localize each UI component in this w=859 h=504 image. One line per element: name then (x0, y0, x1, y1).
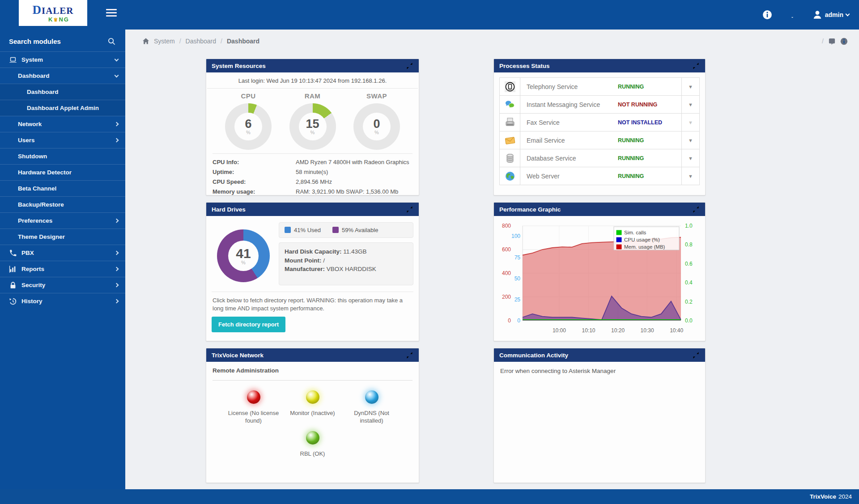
fetch-directory-report-button[interactable]: Fetch directory report (212, 317, 285, 332)
used-swatch (285, 227, 291, 233)
chevron-down-icon (115, 73, 119, 77)
search-modules-label: Search modules (9, 38, 61, 45)
phone-icon (9, 249, 17, 257)
performance-chart: 020040060080002550751000.00.20.40.60.81.… (498, 220, 701, 338)
svg-text:100: 100 (511, 233, 520, 239)
sidebar-item-reports[interactable]: Reports (0, 261, 125, 277)
sidebar-item-dashboard-applet-admin[interactable]: Dashboard Applet Admin (0, 100, 125, 116)
bar-chart-icon (9, 265, 17, 273)
sidebar-item-dashboard-sub[interactable]: Dashboard (0, 84, 125, 100)
note-icon[interactable] (828, 38, 836, 45)
bell-icon[interactable] (787, 10, 797, 20)
chevron-right-icon (115, 219, 119, 223)
status-badge: RUNNING (618, 131, 681, 149)
panel-header: Performance Graphic (494, 203, 705, 216)
user-menu[interactable]: admin (812, 10, 849, 20)
svg-text:10:20: 10:20 (611, 327, 625, 334)
resource-gauges: CPU 6% RAM 15% SWAP 0% (206, 89, 419, 150)
sidebar-item-security[interactable]: Security (0, 277, 125, 293)
breadcrumb-item[interactable]: Dashboard (186, 38, 217, 45)
breadcrumb-current: Dashboard (227, 38, 259, 45)
panel-header: Processes Status (494, 59, 705, 72)
sidebar-item-theme-designer[interactable]: Theme Designer (0, 229, 125, 245)
sidebar-item-users[interactable]: Users (0, 132, 125, 148)
dropdown-caret-button[interactable]: ▼ (681, 167, 699, 185)
svg-text:0.0: 0.0 (685, 318, 693, 324)
main-area: Search modules System Dashboard Dashboar… (0, 30, 859, 489)
svg-text:600: 600 (502, 246, 511, 253)
home-icon[interactable] (142, 38, 149, 45)
sidebar-item-history[interactable]: History (0, 293, 125, 309)
svg-text:CPU usage (%): CPU usage (%) (624, 237, 660, 242)
dropdown-caret-button[interactable]: ▼ (681, 114, 699, 131)
email-icon (500, 131, 520, 149)
svg-text:75: 75 (515, 254, 521, 261)
svg-text:10:10: 10:10 (582, 327, 595, 334)
laptop-icon (9, 56, 17, 64)
panel-title: TrixVoice Network (212, 352, 264, 359)
swap-gauge: SWAP 0% (353, 92, 400, 150)
refresh-icon[interactable] (692, 206, 700, 213)
panel-title: System Resources (212, 63, 266, 69)
sidebar-item-hardware-detector[interactable]: Hardware Detector (0, 164, 125, 180)
hamburger-menu-icon[interactable] (106, 9, 117, 17)
chevron-right-icon (115, 267, 119, 271)
breadcrumb: System / Dashboard / Dashboard (142, 38, 259, 45)
sidebar-item-system[interactable]: System (0, 51, 125, 68)
svg-text:0.8: 0.8 (685, 241, 693, 248)
breadcrumb-actions: / (822, 38, 848, 45)
system-info-table: CPU Info:AMD Ryzen 7 4800H with Radeon G… (213, 153, 412, 195)
dyndns-status: DynDNS (Not installed) (342, 390, 401, 425)
blue-led-icon (365, 390, 378, 404)
logo-text-king: K♛NG (48, 17, 69, 22)
brand-logo[interactable]: DDIALERIALER K♛NG (19, 0, 87, 26)
process-row-email: Email Service RUNNING ▼ (499, 131, 700, 149)
performance-graphic-panel: Performance Graphic 02004006008000255075… (493, 202, 706, 341)
svg-text:Mem. usage (MB): Mem. usage (MB) (624, 244, 665, 250)
dropdown-caret-button[interactable]: ▼ (681, 78, 699, 95)
disk-usage-donut: 41% (217, 229, 270, 282)
breadcrumb-item[interactable]: System (154, 38, 175, 45)
telephony-icon (500, 78, 520, 95)
monitor-status: Monitor (Inactive) (283, 390, 342, 425)
disk-legend: 41% Used 59% Available (279, 222, 413, 238)
sidebar-item-preferences[interactable]: Preferences (0, 212, 125, 229)
refresh-icon[interactable] (406, 62, 413, 70)
refresh-icon[interactable] (406, 352, 413, 359)
refresh-icon[interactable] (692, 62, 700, 70)
sidebar: Search modules System Dashboard Dashboar… (0, 30, 125, 489)
green-led-icon (306, 431, 319, 445)
sidebar-item-backup-restore[interactable]: Backup/Restore (0, 196, 125, 212)
process-row-instant-messaging: Instant Messaging Service NOT RUNNING ▼ (499, 95, 700, 114)
sidebar-item-network[interactable]: Network (0, 116, 125, 132)
available-swatch (332, 227, 339, 233)
dropdown-caret-button[interactable]: ▼ (681, 149, 699, 167)
refresh-icon[interactable] (692, 352, 700, 359)
page-info-icon[interactable] (840, 38, 848, 45)
yellow-led-icon (306, 390, 319, 404)
svg-text:10:30: 10:30 (641, 327, 654, 334)
ram-gauge: RAM 15% (289, 92, 336, 150)
sidebar-item-dashboard[interactable]: Dashboard (0, 68, 125, 84)
svg-text:25: 25 (515, 296, 521, 303)
sidebar-item-pbx[interactable]: PBX (0, 245, 125, 261)
process-row-fax: Fax Service NOT INSTALLED ▼ (499, 113, 700, 131)
sidebar-item-beta-channel[interactable]: Beta Channel (0, 180, 125, 196)
svg-text:1.0: 1.0 (685, 223, 693, 229)
rbl-status: RBL (OK) (283, 431, 342, 458)
content-area: System / Dashboard / Dashboard / (125, 30, 859, 489)
breadcrumb-bar: System / Dashboard / Dashboard / (125, 30, 859, 53)
refresh-icon[interactable] (406, 206, 413, 213)
search-icon[interactable] (108, 38, 115, 45)
process-list: Telephony Service RUNNING ▼ Instant Mess… (494, 72, 705, 190)
dropdown-caret-button[interactable]: ▼ (681, 96, 699, 113)
info-icon[interactable] (762, 10, 772, 20)
status-badge: RUNNING (618, 167, 681, 185)
sidebar-item-shutdown[interactable]: Shutdown (0, 148, 125, 164)
status-badge: NOT INSTALLED (618, 114, 681, 131)
app: DDIALERIALER K♛NG admin Search modules (0, 0, 859, 504)
svg-text:Sim. calls: Sim. calls (624, 230, 646, 235)
dropdown-caret-button[interactable]: ▼ (681, 131, 699, 149)
svg-text:10:40: 10:40 (670, 327, 683, 334)
search-modules-row[interactable]: Search modules (0, 30, 125, 51)
